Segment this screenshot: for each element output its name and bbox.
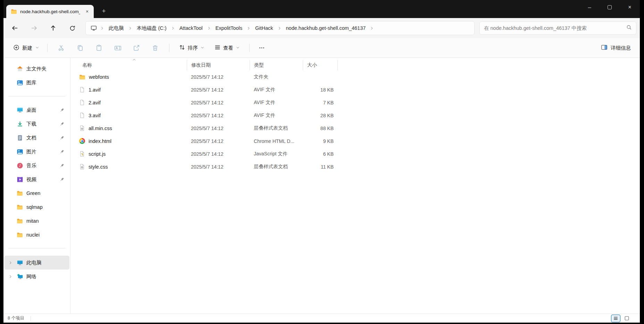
file-name: style.css bbox=[89, 164, 108, 170]
sort-button-label: 排序 bbox=[188, 45, 198, 51]
folder-icon bbox=[17, 232, 23, 238]
gallery-icon bbox=[17, 79, 23, 86]
list-header: 名称修改日期类型大小 bbox=[75, 60, 640, 70]
sidebar-item-label: 文档 bbox=[26, 135, 36, 141]
computer-icon bbox=[17, 259, 23, 266]
breadcrumb-item[interactable]: GitHack bbox=[252, 24, 276, 32]
sidebar-item-label: 图库 bbox=[26, 79, 36, 86]
navigation-bar: 此电脑本地磁盘 (C:)AttackToolExpolitToolsGitHac… bbox=[3, 18, 640, 38]
sidebar-item-gallery[interactable]: 图库 bbox=[4, 76, 69, 89]
file-date: 2025/5/7 14:12 bbox=[187, 87, 250, 93]
file-date: 2025/5/7 14:12 bbox=[187, 100, 250, 105]
documents-icon bbox=[17, 135, 23, 141]
sidebar-divider bbox=[8, 96, 65, 96]
item-count: 8 个项目 bbox=[8, 315, 24, 321]
pin-icon bbox=[59, 149, 65, 154]
search-input[interactable]: 在 node.hackhub.get-shell.com_46137 中搜索 bbox=[479, 22, 636, 35]
file-row[interactable]: script.js 2025/5/7 14:12 JavaScript 文件 6… bbox=[75, 147, 640, 160]
explorer-tab[interactable]: node.hackhub.get-shell.com_4 × bbox=[6, 5, 94, 18]
sidebar-item-this-pc[interactable]: 此电脑 bbox=[4, 256, 69, 270]
share-button[interactable] bbox=[128, 41, 144, 54]
details-view-button[interactable] bbox=[611, 315, 620, 322]
minimize-button[interactable]: ─ bbox=[579, 0, 600, 15]
breadcrumb-item[interactable]: node.hackhub.get-shell.com_46137 bbox=[283, 24, 369, 32]
sidebar-item-network[interactable]: 网络 bbox=[4, 270, 69, 283]
maximize-button[interactable] bbox=[600, 0, 620, 15]
column-header-name[interactable]: 名称 bbox=[75, 60, 187, 70]
view-button[interactable]: 查看 bbox=[211, 42, 243, 54]
close-button[interactable]: × bbox=[620, 0, 640, 15]
file-date: 2025/5/7 14:12 bbox=[187, 151, 250, 157]
file-date: 2025/5/7 14:12 bbox=[187, 164, 250, 170]
chrome-icon bbox=[79, 138, 85, 144]
pin-icon bbox=[59, 121, 65, 127]
sidebar-item-green[interactable]: Green bbox=[4, 186, 69, 200]
sidebar-item-nuclei[interactable]: nuclei bbox=[4, 228, 69, 242]
titlebar: node.hackhub.get-shell.com_4 × + ─ × bbox=[3, 0, 640, 18]
sidebar-item-desktop[interactable]: 桌面 bbox=[4, 103, 69, 117]
sidebar-item-documents[interactable]: 文档 bbox=[4, 131, 69, 145]
toolbar-divider bbox=[249, 44, 250, 52]
sidebar-item-sqlmap[interactable]: sqlmap bbox=[4, 200, 69, 214]
file-row[interactable]: 3.avif 2025/5/7 14:12 AVIF 文件 28 KB bbox=[75, 109, 640, 122]
file-row[interactable]: 1.avif 2025/5/7 14:12 AVIF 文件 18 KB bbox=[75, 83, 640, 96]
file-type: Chrome HTML D... bbox=[250, 138, 303, 144]
back-button[interactable] bbox=[8, 22, 22, 34]
file-row[interactable]: webfonts 2025/5/7 14:12 文件夹 bbox=[75, 70, 640, 83]
refresh-button[interactable] bbox=[65, 22, 80, 34]
file-type: 层叠样式表文档 bbox=[250, 164, 303, 170]
new-tab-button[interactable]: + bbox=[99, 7, 108, 16]
file-row[interactable]: 2.avif 2025/5/7 14:12 AVIF 文件 7 KB bbox=[75, 96, 640, 109]
breadcrumb-item[interactable]: 此电脑 bbox=[106, 24, 127, 33]
large-icons-view-button[interactable] bbox=[622, 315, 632, 322]
breadcrumb-item[interactable]: ExpolitTools bbox=[212, 24, 245, 32]
copy-button[interactable] bbox=[72, 41, 88, 54]
rename-button[interactable] bbox=[110, 41, 126, 54]
sidebar-item-mitan[interactable]: mitan bbox=[4, 214, 69, 228]
search-placeholder: 在 node.hackhub.get-shell.com_46137 中搜索 bbox=[484, 25, 626, 32]
chevron-right-icon bbox=[369, 26, 375, 31]
sidebar-item-pictures[interactable]: 图片 bbox=[4, 145, 69, 159]
breadcrumb-item[interactable]: AttackTool bbox=[176, 24, 206, 32]
column-header-size[interactable]: 大小 bbox=[303, 60, 338, 70]
sidebar-item-music[interactable]: ♪音乐 bbox=[4, 159, 69, 172]
sidebar-item-home[interactable]: 主文件夹 bbox=[4, 62, 69, 76]
pictures-icon bbox=[17, 148, 23, 155]
column-header-date[interactable]: 修改日期 bbox=[187, 60, 250, 70]
chevron-right-icon bbox=[8, 261, 13, 265]
chevron-right-icon bbox=[170, 26, 176, 31]
delete-button[interactable] bbox=[147, 41, 163, 54]
forward-button[interactable] bbox=[27, 22, 41, 34]
folder-icon bbox=[17, 204, 23, 210]
details-pane-button[interactable]: 详细信息 bbox=[598, 42, 634, 54]
file-date: 2025/5/7 14:12 bbox=[187, 74, 250, 80]
more-button[interactable] bbox=[256, 41, 268, 54]
file-name: webfonts bbox=[89, 74, 109, 80]
file-row[interactable]: style.css 2025/5/7 14:12 层叠样式表文档 11 KB bbox=[75, 160, 640, 173]
sidebar-item-label: 主文件夹 bbox=[26, 66, 47, 72]
file-row[interactable]: index.html 2025/5/7 14:12 Chrome HTML D.… bbox=[75, 135, 640, 147]
sidebar-item-label: 此电脑 bbox=[26, 259, 42, 266]
file-row[interactable]: all.min.css 2025/5/7 14:12 层叠样式表文档 88 KB bbox=[75, 122, 640, 135]
up-button[interactable] bbox=[46, 22, 60, 34]
network-icon bbox=[17, 273, 23, 280]
file-name: 2.avif bbox=[89, 100, 101, 105]
download-icon bbox=[17, 121, 23, 127]
plus-circle-icon bbox=[13, 44, 19, 52]
tab-close-icon[interactable]: × bbox=[83, 8, 91, 15]
paste-button[interactable] bbox=[91, 41, 107, 54]
sidebar-item-downloads[interactable]: 下载 bbox=[4, 117, 69, 131]
toolbar-divider bbox=[169, 44, 169, 52]
sort-button[interactable]: 排序 bbox=[175, 42, 208, 54]
cut-button[interactable] bbox=[53, 41, 69, 54]
new-button[interactable]: 新建 bbox=[10, 42, 43, 54]
pin-icon bbox=[59, 163, 65, 168]
sidebar-item-label: nuclei bbox=[26, 232, 40, 238]
command-toolbar: 新建 排序 查看 详细信息 bbox=[3, 38, 640, 58]
breadcrumb-item[interactable]: 本地磁盘 (C:) bbox=[134, 24, 170, 33]
view-lines-icon bbox=[214, 44, 221, 52]
file-icon bbox=[79, 112, 85, 118]
chevron-down-icon bbox=[200, 45, 204, 51]
column-header-type[interactable]: 类型 bbox=[250, 60, 303, 70]
sidebar-item-videos[interactable]: 视频 bbox=[4, 172, 69, 186]
